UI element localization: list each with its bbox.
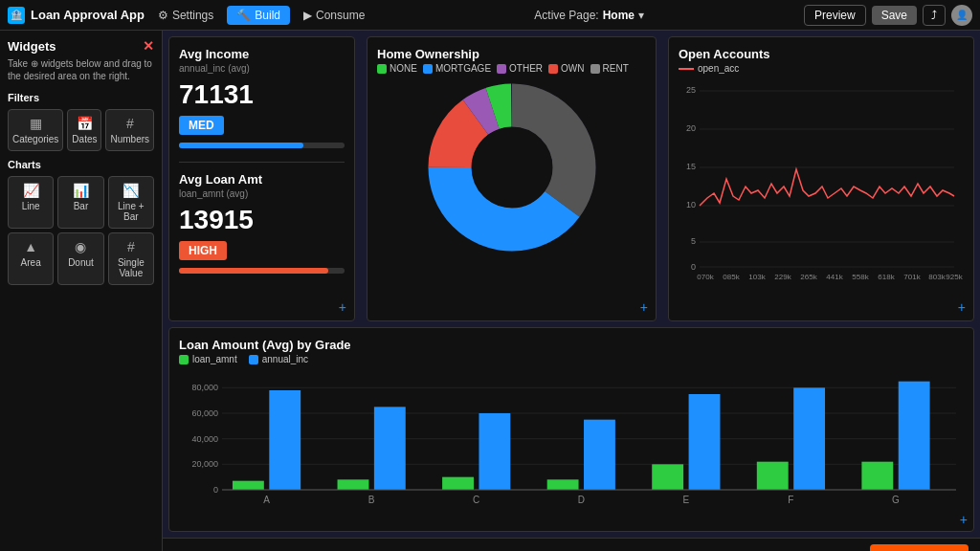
- build-nav-btn[interactable]: 🔨 Build: [227, 6, 290, 25]
- legend-loan-amnt-dot: [179, 355, 189, 364]
- active-page-indicator: Active Page: Home ▾: [534, 9, 644, 22]
- svg-text:618k: 618k: [878, 273, 895, 281]
- legend-mortgage: MORTGAGE: [423, 63, 491, 74]
- avg-loan-section: Avg Loan Amt loan_amnt (avg) 13915 HIGH: [179, 162, 345, 274]
- bar-chart-icon: 📊: [73, 183, 89, 198]
- loan-bar-chart-title: Loan Amount (Avg) by Grade: [179, 338, 964, 352]
- avg-income-subtitle: annual_inc (avg): [179, 63, 345, 74]
- avg-loan-progress-fill: [179, 268, 328, 274]
- svg-text:25: 25: [686, 85, 696, 95]
- svg-text:F: F: [788, 495, 793, 505]
- open-accounts-chart-svg: 25 20 15 10 5 0 070k: [679, 83, 956, 275]
- svg-text:103k: 103k: [748, 273, 766, 281]
- svg-rect-43: [338, 479, 369, 490]
- legend-rent-dot: [590, 64, 600, 74]
- svg-text:G: G: [892, 495, 900, 505]
- sidebar-title: Widgets ✕: [8, 38, 154, 54]
- open-accounts-title: Open Accounts: [679, 47, 964, 61]
- legend-none: NONE: [377, 63, 417, 74]
- avatar[interactable]: 👤: [951, 5, 972, 26]
- save-button[interactable]: Save: [872, 6, 917, 25]
- bottom-section: Loan Amount (Avg) by Grade loan_amnt ann…: [163, 327, 980, 551]
- svg-rect-52: [652, 464, 683, 490]
- app-logo: 🏦 Loan Approval App: [8, 7, 145, 24]
- svg-text:265k: 265k: [800, 273, 817, 281]
- loan-bar-chart-svg: 020,00040,00060,00080,000ABCDEFG: [179, 370, 964, 518]
- avg-card-add-icon[interactable]: +: [339, 299, 346, 315]
- main-layout: Widgets ✕ Take ⊕ widgets below and drag …: [0, 31, 980, 551]
- preview-button[interactable]: Preview: [804, 5, 866, 26]
- svg-rect-50: [584, 420, 615, 490]
- add-new-row-button[interactable]: Add new row: [870, 544, 969, 552]
- open-accounts-add-icon[interactable]: +: [958, 299, 966, 315]
- open-acc-legend-label: open_acc: [698, 63, 739, 74]
- legend-mortgage-dot: [423, 64, 433, 74]
- svg-text:E: E: [683, 495, 690, 505]
- chart-single-value-widget[interactable]: # Single Value: [108, 232, 154, 285]
- svg-text:B: B: [368, 495, 375, 505]
- donut-chart-icon: ◉: [75, 239, 86, 254]
- bar-chart-add-icon[interactable]: +: [960, 512, 968, 527]
- avg-income-badge: MED: [179, 116, 224, 135]
- svg-text:803k: 803k: [928, 273, 946, 281]
- avg-income-loan-card: Avg Income annual_inc (avg) 71131 MED Av…: [168, 36, 355, 321]
- nav-right: Preview Save ⤴ 👤: [804, 5, 972, 26]
- svg-text:925k: 925k: [946, 273, 963, 281]
- filter-dates-widget[interactable]: 📅 Dates: [67, 109, 101, 151]
- home-ownership-add-icon[interactable]: +: [640, 299, 648, 315]
- charts-grid: 📈 Line 📊 Bar 📉 Line + Bar ▲ Area ◉ Donut…: [8, 176, 154, 285]
- avg-income-title: Avg Income: [179, 47, 345, 61]
- sidebar-description: Take ⊕ widgets below and drag to the des…: [8, 57, 154, 82]
- svg-text:0: 0: [691, 262, 696, 272]
- svg-point-6: [472, 127, 552, 208]
- top-nav: 🏦 Loan Approval App ⚙ Settings 🔨 Build ▶…: [0, 0, 980, 31]
- chart-line-bar-widget[interactable]: 📉 Line + Bar: [108, 176, 154, 229]
- avg-loan-progress: [179, 268, 345, 274]
- area-chart-icon: ▲: [24, 239, 37, 254]
- avg-loan-badge: HIGH: [179, 241, 227, 260]
- home-ownership-title: Home Ownership: [377, 47, 646, 61]
- chart-area-widget[interactable]: ▲ Area: [8, 232, 54, 285]
- content-area: Avg Income annual_inc (avg) 71131 MED Av…: [163, 31, 980, 551]
- svg-text:60,000: 60,000: [191, 408, 218, 418]
- svg-rect-40: [233, 481, 264, 490]
- legend-annual-inc: annual_inc: [249, 354, 308, 364]
- svg-text:701k: 701k: [903, 273, 921, 281]
- single-value-icon: #: [127, 239, 135, 254]
- svg-rect-53: [689, 394, 721, 490]
- sidebar-close-icon[interactable]: ✕: [143, 38, 154, 54]
- svg-text:10: 10: [686, 200, 696, 209]
- svg-rect-58: [861, 462, 893, 490]
- svg-text:20: 20: [686, 123, 696, 133]
- svg-text:15: 15: [686, 162, 696, 171]
- svg-text:229k: 229k: [774, 273, 791, 281]
- chart-bar-widget[interactable]: 📊 Bar: [57, 176, 103, 229]
- home-ownership-card: Home Ownership NONE MORTGAGE OTHER: [367, 36, 657, 321]
- top-row: Avg Income annual_inc (avg) 71131 MED Av…: [163, 31, 980, 327]
- svg-rect-55: [757, 462, 789, 490]
- chart-line-widget[interactable]: 📈 Line: [8, 176, 54, 229]
- svg-text:558k: 558k: [852, 273, 869, 281]
- svg-text:80,000: 80,000: [191, 383, 218, 392]
- app-title: Loan Approval App: [31, 8, 145, 22]
- share-button[interactable]: ⤴: [923, 5, 946, 26]
- legend-other: OTHER: [497, 63, 543, 74]
- settings-nav-btn[interactable]: ⚙ Settings: [148, 6, 223, 25]
- svg-text:D: D: [578, 495, 585, 505]
- svg-rect-59: [899, 382, 930, 490]
- legend-own: OWN: [548, 63, 584, 74]
- filter-categories-widget[interactable]: ▦ Categories: [8, 109, 63, 151]
- avg-income-progress: [179, 143, 345, 148]
- svg-text:20,000: 20,000: [191, 459, 218, 469]
- loan-bar-chart-card: Loan Amount (Avg) by Grade loan_amnt ann…: [168, 327, 974, 532]
- filter-numbers-widget[interactable]: # Numbers: [105, 109, 154, 151]
- home-ownership-legend: NONE MORTGAGE OTHER OWN: [377, 63, 646, 74]
- svg-text:A: A: [263, 495, 270, 505]
- open-accounts-card: Open Accounts open_acc 25 20 15 10 5 0: [668, 36, 974, 321]
- sidebar: Widgets ✕ Take ⊕ widgets below and drag …: [0, 31, 163, 551]
- chart-donut-widget[interactable]: ◉ Donut: [57, 232, 103, 285]
- consume-nav-btn[interactable]: ▶ Consume: [294, 6, 374, 25]
- dates-icon: 📅: [77, 116, 93, 131]
- filters-section-title: Filters: [8, 92, 154, 103]
- open-accounts-legend: open_acc: [679, 63, 964, 74]
